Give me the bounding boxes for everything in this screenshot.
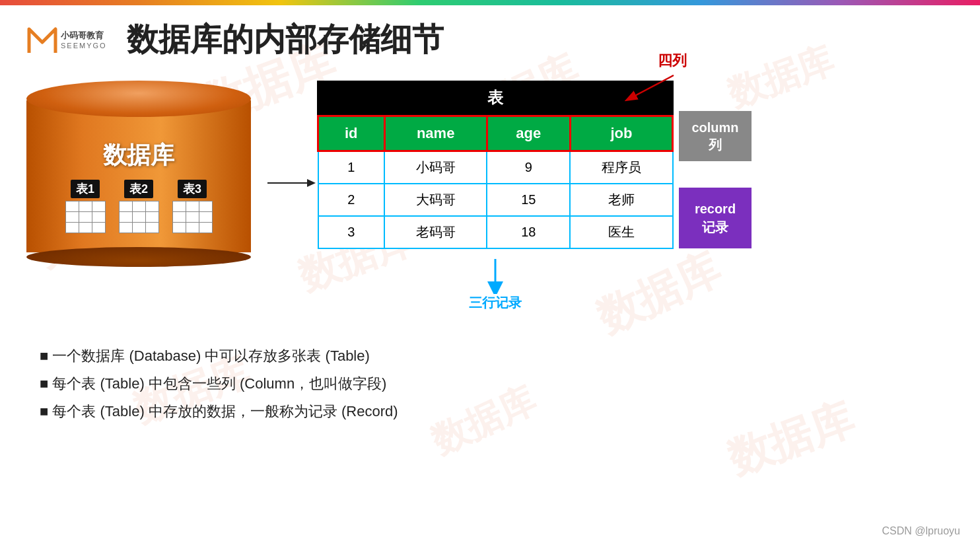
csdn-watermark: CSDN @lpruoyu xyxy=(882,525,961,537)
header: 小码哥教育 SEEMYGO 数据库的内部存储细节 xyxy=(26,18,954,61)
cell-1-age: 9 xyxy=(487,151,570,184)
cell-3-age: 18 xyxy=(487,216,570,248)
rainbow-bar xyxy=(0,0,980,5)
three-rows-annotation: 三行记录 xyxy=(469,258,522,312)
page-title: 数据库的内部存储细节 xyxy=(127,18,444,61)
mini-table-label-3: 表3 xyxy=(178,180,207,198)
cell-1-id: 1 xyxy=(318,151,385,184)
mini-table-grid-1 xyxy=(65,201,106,233)
bullets-section: ■ 一个数据库 (Database) 中可以存放多张表 (Table) ■ 每个… xyxy=(26,346,954,421)
mini-table-label-1: 表1 xyxy=(71,180,100,198)
cell-2-id: 2 xyxy=(318,184,385,216)
svg-line-2 xyxy=(627,75,674,100)
col-name: name xyxy=(384,116,487,151)
table-row: 1 小码哥 9 程序员 xyxy=(318,151,673,184)
col-age: age xyxy=(487,116,570,151)
record-label-en: record xyxy=(689,200,742,218)
col-id: id xyxy=(318,116,385,151)
four-col-label: 四列 xyxy=(658,51,687,71)
four-col-annotation: 四列 xyxy=(608,51,687,105)
database-label: 数据库 xyxy=(103,139,174,172)
table-row: 3 老码哥 18 医生 xyxy=(318,216,673,248)
db-to-table-arrow xyxy=(264,81,317,266)
record-label: record 记录 xyxy=(679,188,752,248)
cell-2-name: 大码哥 xyxy=(384,184,487,216)
cell-2-age: 15 xyxy=(487,184,570,216)
cell-3-name: 老码哥 xyxy=(384,216,487,248)
column-label: column 列 xyxy=(679,111,752,161)
down-arrow-svg xyxy=(485,258,505,294)
bullet-2: ■ 每个表 (Table) 中包含一些列 (Column，也叫做字段) xyxy=(40,374,954,394)
cell-2-job: 老师 xyxy=(570,184,672,216)
bullet-3: ■ 每个表 (Table) 中存放的数据，一般称为记录 (Record) xyxy=(40,402,954,421)
cell-1-name: 小码哥 xyxy=(384,151,487,184)
mini-table-grid-2 xyxy=(119,201,159,233)
mini-tables: 表1 表2 xyxy=(65,180,213,233)
database-diagram: 数据库 表1 xyxy=(26,81,251,267)
cell-1-job: 程序员 xyxy=(570,151,672,184)
mini-table-grid-3 xyxy=(172,201,213,233)
logo-icon xyxy=(26,24,58,55)
cell-3-id: 3 xyxy=(318,216,385,248)
column-label-en: column xyxy=(689,119,742,136)
table-row: 2 大码哥 15 老师 xyxy=(318,184,673,216)
logo-area: 小码哥教育 SEEMYGO xyxy=(26,24,107,55)
bullet-1: ■ 一个数据库 (Database) 中可以存放多张表 (Table) xyxy=(40,346,954,366)
cylinder: 数据库 表1 xyxy=(26,81,251,267)
mini-table-label-2: 表2 xyxy=(124,180,153,198)
col-job: job xyxy=(570,116,672,151)
arrow-svg xyxy=(264,163,317,203)
mini-table-1: 表1 xyxy=(65,180,106,233)
record-label-cn: 记录 xyxy=(689,218,742,237)
brand-cn: 小码哥教育 xyxy=(61,30,107,42)
brand-en: SEEMYGO xyxy=(61,42,107,50)
four-col-arrow-svg xyxy=(608,72,687,105)
cell-3-job: 医生 xyxy=(570,216,672,248)
mini-table-2: 表2 xyxy=(119,180,159,233)
main-table-area: 四列 表 id name xyxy=(317,81,674,249)
table-header-row: id name age job xyxy=(318,116,673,151)
mini-table-3: 表3 xyxy=(172,180,213,233)
three-rows-label: 三行记录 xyxy=(469,294,522,312)
column-label-cn: 列 xyxy=(689,136,742,153)
svg-marker-1 xyxy=(307,179,316,187)
main-table: id name age job 1 小码哥 9 程序员 2 xyxy=(317,115,674,249)
